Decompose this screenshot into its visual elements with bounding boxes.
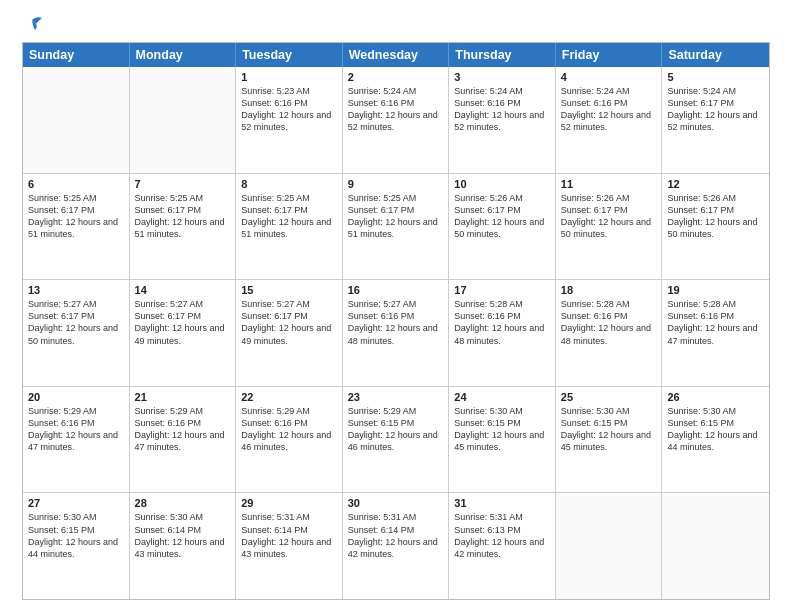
day-info: Sunrise: 5:26 AM Sunset: 6:17 PM Dayligh… (561, 192, 657, 241)
day-info: Sunrise: 5:31 AM Sunset: 6:14 PM Dayligh… (241, 511, 337, 560)
day-info: Sunrise: 5:30 AM Sunset: 6:15 PM Dayligh… (454, 405, 550, 454)
calendar-day-cell: 22Sunrise: 5:29 AM Sunset: 6:16 PM Dayli… (236, 387, 343, 493)
day-info: Sunrise: 5:29 AM Sunset: 6:15 PM Dayligh… (348, 405, 444, 454)
day-number: 13 (28, 284, 124, 296)
day-number: 19 (667, 284, 764, 296)
calendar-day-cell: 4Sunrise: 5:24 AM Sunset: 6:16 PM Daylig… (556, 67, 663, 173)
calendar-week-row: 6Sunrise: 5:25 AM Sunset: 6:17 PM Daylig… (23, 173, 769, 280)
day-number: 27 (28, 497, 124, 509)
day-number: 5 (667, 71, 764, 83)
day-info: Sunrise: 5:26 AM Sunset: 6:17 PM Dayligh… (454, 192, 550, 241)
calendar-day-cell: 27Sunrise: 5:30 AM Sunset: 6:15 PM Dayli… (23, 493, 130, 599)
day-info: Sunrise: 5:27 AM Sunset: 6:16 PM Dayligh… (348, 298, 444, 347)
calendar-body: 1Sunrise: 5:23 AM Sunset: 6:16 PM Daylig… (23, 67, 769, 599)
day-info: Sunrise: 5:27 AM Sunset: 6:17 PM Dayligh… (241, 298, 337, 347)
calendar-week-row: 1Sunrise: 5:23 AM Sunset: 6:16 PM Daylig… (23, 67, 769, 173)
calendar-day-cell (23, 67, 130, 173)
calendar-day-cell (556, 493, 663, 599)
day-number: 17 (454, 284, 550, 296)
day-number: 7 (135, 178, 231, 190)
calendar-day-cell: 24Sunrise: 5:30 AM Sunset: 6:15 PM Dayli… (449, 387, 556, 493)
weekday-header: Thursday (449, 43, 556, 67)
calendar-day-cell: 2Sunrise: 5:24 AM Sunset: 6:16 PM Daylig… (343, 67, 450, 173)
day-info: Sunrise: 5:30 AM Sunset: 6:14 PM Dayligh… (135, 511, 231, 560)
day-info: Sunrise: 5:24 AM Sunset: 6:16 PM Dayligh… (454, 85, 550, 134)
day-number: 20 (28, 391, 124, 403)
calendar-day-cell: 26Sunrise: 5:30 AM Sunset: 6:15 PM Dayli… (662, 387, 769, 493)
day-info: Sunrise: 5:28 AM Sunset: 6:16 PM Dayligh… (561, 298, 657, 347)
day-info: Sunrise: 5:28 AM Sunset: 6:16 PM Dayligh… (667, 298, 764, 347)
day-info: Sunrise: 5:24 AM Sunset: 6:16 PM Dayligh… (561, 85, 657, 134)
day-number: 31 (454, 497, 550, 509)
calendar-day-cell: 20Sunrise: 5:29 AM Sunset: 6:16 PM Dayli… (23, 387, 130, 493)
calendar-day-cell: 10Sunrise: 5:26 AM Sunset: 6:17 PM Dayli… (449, 174, 556, 280)
day-number: 22 (241, 391, 337, 403)
day-number: 28 (135, 497, 231, 509)
calendar-day-cell: 18Sunrise: 5:28 AM Sunset: 6:16 PM Dayli… (556, 280, 663, 386)
day-number: 14 (135, 284, 231, 296)
calendar-day-cell: 25Sunrise: 5:30 AM Sunset: 6:15 PM Dayli… (556, 387, 663, 493)
day-info: Sunrise: 5:23 AM Sunset: 6:16 PM Dayligh… (241, 85, 337, 134)
day-number: 11 (561, 178, 657, 190)
day-number: 4 (561, 71, 657, 83)
day-info: Sunrise: 5:31 AM Sunset: 6:13 PM Dayligh… (454, 511, 550, 560)
day-number: 16 (348, 284, 444, 296)
logo (22, 18, 46, 32)
day-number: 6 (28, 178, 124, 190)
calendar-day-cell: 11Sunrise: 5:26 AM Sunset: 6:17 PM Dayli… (556, 174, 663, 280)
day-info: Sunrise: 5:30 AM Sunset: 6:15 PM Dayligh… (667, 405, 764, 454)
calendar-day-cell: 23Sunrise: 5:29 AM Sunset: 6:15 PM Dayli… (343, 387, 450, 493)
calendar-day-cell: 6Sunrise: 5:25 AM Sunset: 6:17 PM Daylig… (23, 174, 130, 280)
day-info: Sunrise: 5:24 AM Sunset: 6:16 PM Dayligh… (348, 85, 444, 134)
calendar-day-cell: 15Sunrise: 5:27 AM Sunset: 6:17 PM Dayli… (236, 280, 343, 386)
weekday-header: Monday (130, 43, 237, 67)
calendar: SundayMondayTuesdayWednesdayThursdayFrid… (22, 42, 770, 600)
day-info: Sunrise: 5:24 AM Sunset: 6:17 PM Dayligh… (667, 85, 764, 134)
day-info: Sunrise: 5:26 AM Sunset: 6:17 PM Dayligh… (667, 192, 764, 241)
day-info: Sunrise: 5:25 AM Sunset: 6:17 PM Dayligh… (28, 192, 124, 241)
calendar-day-cell: 17Sunrise: 5:28 AM Sunset: 6:16 PM Dayli… (449, 280, 556, 386)
calendar-day-cell: 19Sunrise: 5:28 AM Sunset: 6:16 PM Dayli… (662, 280, 769, 386)
weekday-header: Saturday (662, 43, 769, 67)
day-info: Sunrise: 5:25 AM Sunset: 6:17 PM Dayligh… (241, 192, 337, 241)
day-info: Sunrise: 5:30 AM Sunset: 6:15 PM Dayligh… (28, 511, 124, 560)
day-info: Sunrise: 5:25 AM Sunset: 6:17 PM Dayligh… (348, 192, 444, 241)
calendar-day-cell: 13Sunrise: 5:27 AM Sunset: 6:17 PM Dayli… (23, 280, 130, 386)
day-number: 12 (667, 178, 764, 190)
calendar-day-cell: 29Sunrise: 5:31 AM Sunset: 6:14 PM Dayli… (236, 493, 343, 599)
day-number: 23 (348, 391, 444, 403)
calendar-day-cell: 5Sunrise: 5:24 AM Sunset: 6:17 PM Daylig… (662, 67, 769, 173)
day-number: 25 (561, 391, 657, 403)
calendar-day-cell (130, 67, 237, 173)
day-info: Sunrise: 5:29 AM Sunset: 6:16 PM Dayligh… (135, 405, 231, 454)
weekday-header: Sunday (23, 43, 130, 67)
day-number: 29 (241, 497, 337, 509)
calendar-week-row: 13Sunrise: 5:27 AM Sunset: 6:17 PM Dayli… (23, 279, 769, 386)
day-info: Sunrise: 5:30 AM Sunset: 6:15 PM Dayligh… (561, 405, 657, 454)
calendar-week-row: 20Sunrise: 5:29 AM Sunset: 6:16 PM Dayli… (23, 386, 769, 493)
calendar-day-cell: 14Sunrise: 5:27 AM Sunset: 6:17 PM Dayli… (130, 280, 237, 386)
calendar-day-cell: 31Sunrise: 5:31 AM Sunset: 6:13 PM Dayli… (449, 493, 556, 599)
day-number: 26 (667, 391, 764, 403)
calendar-day-cell: 12Sunrise: 5:26 AM Sunset: 6:17 PM Dayli… (662, 174, 769, 280)
weekday-header: Tuesday (236, 43, 343, 67)
calendar-day-cell: 8Sunrise: 5:25 AM Sunset: 6:17 PM Daylig… (236, 174, 343, 280)
day-number: 18 (561, 284, 657, 296)
logo-bird-icon (24, 14, 46, 36)
day-info: Sunrise: 5:27 AM Sunset: 6:17 PM Dayligh… (135, 298, 231, 347)
day-number: 2 (348, 71, 444, 83)
day-info: Sunrise: 5:29 AM Sunset: 6:16 PM Dayligh… (241, 405, 337, 454)
calendar-day-cell: 3Sunrise: 5:24 AM Sunset: 6:16 PM Daylig… (449, 67, 556, 173)
calendar-week-row: 27Sunrise: 5:30 AM Sunset: 6:15 PM Dayli… (23, 492, 769, 599)
day-number: 1 (241, 71, 337, 83)
calendar-day-cell: 28Sunrise: 5:30 AM Sunset: 6:14 PM Dayli… (130, 493, 237, 599)
day-number: 8 (241, 178, 337, 190)
calendar-header: SundayMondayTuesdayWednesdayThursdayFrid… (23, 43, 769, 67)
day-number: 21 (135, 391, 231, 403)
calendar-day-cell: 30Sunrise: 5:31 AM Sunset: 6:14 PM Dayli… (343, 493, 450, 599)
weekday-header: Wednesday (343, 43, 450, 67)
day-number: 24 (454, 391, 550, 403)
day-info: Sunrise: 5:31 AM Sunset: 6:14 PM Dayligh… (348, 511, 444, 560)
day-info: Sunrise: 5:28 AM Sunset: 6:16 PM Dayligh… (454, 298, 550, 347)
page-header (22, 18, 770, 32)
